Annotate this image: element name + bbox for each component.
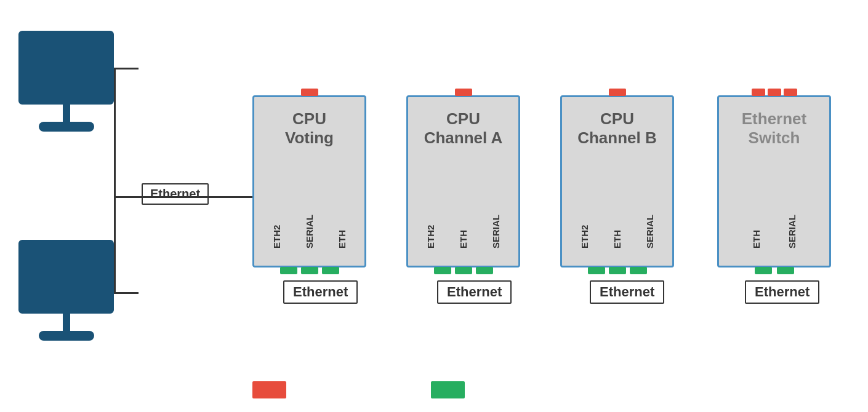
connector-green-channel-a-2 [455, 267, 472, 274]
port-eth2-voting: ETH2 [271, 205, 282, 248]
ethernet-switch-card: EthernetSwitch ETH SERIAL [717, 95, 831, 267]
port-eth-switch: ETH [751, 205, 762, 248]
ethernet-label-switch: Ethernet [745, 280, 819, 304]
cpu-channel-b-ports: ETH2 ETH SERIAL [562, 205, 672, 248]
connector-red-switch-3 [784, 89, 797, 96]
ethernet-label-voting: Ethernet [283, 280, 358, 304]
monitor-top [18, 31, 114, 132]
ethernet-label-channel-b: Ethernet [590, 280, 664, 304]
cpu-channel-a-top-connectors [408, 89, 518, 96]
port-eth-channel-b: ETH [612, 205, 622, 248]
port-eth2-channel-b: ETH2 [579, 205, 590, 248]
port-serial-channel-b: SERIAL [645, 205, 655, 248]
cpu-channel-a-ports: ETH2 ETH SERIAL [408, 205, 518, 248]
connector-green-channel-b-1 [588, 267, 605, 274]
cpu-channel-b-title: CPUChannel B [571, 109, 663, 148]
connector-green-switch-1 [755, 267, 772, 274]
monitor-base-bottom [39, 331, 94, 341]
cpu-channel-a-title: CPUChannel A [418, 109, 509, 148]
cpu-channel-b-top-connectors [562, 89, 672, 96]
connector-green-voting-3 [322, 267, 339, 274]
cpu-voting-ports: ETH2 SERIAL ETH [254, 205, 364, 248]
connector-green-channel-b-3 [630, 267, 647, 274]
connector-green-voting-1 [280, 267, 297, 274]
monitor-stand-top [63, 105, 70, 122]
line-monitor-to-card [114, 196, 255, 198]
connector-green-channel-a-1 [434, 267, 451, 274]
monitor-screen-bottom [18, 240, 114, 314]
port-eth2-channel-a: ETH2 [425, 205, 436, 248]
monitor-stand-bottom [63, 314, 70, 331]
diagram-container: Ethernet CPUVoting ETH2 SERIAL ETH Ether… [0, 0, 868, 412]
cpu-voting-top-connectors [254, 89, 364, 96]
eth-switch-top-connectors [719, 89, 829, 96]
cpu-voting-title: CPUVoting [279, 109, 340, 148]
line-bottom-monitor [114, 292, 139, 294]
monitor-screen-top [18, 31, 114, 105]
connector-red-channel-a [455, 89, 472, 96]
connector-green-channel-b-2 [609, 267, 626, 274]
connector-red-switch-2 [768, 89, 781, 96]
legend-green [431, 381, 465, 398]
connector-green-channel-a-3 [476, 267, 493, 274]
line-monitors-vertical [114, 68, 116, 292]
ethernet-label-channel-a: Ethernet [437, 280, 512, 304]
connector-red-switch-1 [752, 89, 765, 96]
port-eth-voting: ETH [337, 205, 347, 248]
port-serial-channel-a: SERIAL [491, 205, 501, 248]
connector-green-voting-2 [301, 267, 318, 274]
cpu-voting-card: CPUVoting ETH2 SERIAL ETH [252, 95, 366, 267]
cpu-channel-b-card: CPUChannel B ETH2 ETH SERIAL [560, 95, 674, 267]
port-serial-voting: SERIAL [304, 205, 315, 248]
line-top-monitor [114, 68, 139, 69]
port-serial-switch: SERIAL [787, 205, 797, 248]
legend-red [252, 381, 286, 398]
monitor-bottom [18, 240, 114, 341]
ethernet-side-label: Ethernet [142, 183, 209, 205]
cpu-channel-a-card: CPUChannel A ETH2 ETH SERIAL [406, 95, 520, 267]
connector-red-channel-b [609, 89, 626, 96]
eth-switch-ports: ETH SERIAL [719, 205, 829, 248]
port-eth-channel-a: ETH [458, 205, 468, 248]
monitor-base-top [39, 122, 94, 132]
eth-switch-bottom-connectors [719, 267, 829, 274]
connector-red-voting [301, 89, 318, 96]
cpu-channel-b-bottom-connectors [562, 267, 672, 274]
ethernet-switch-title: EthernetSwitch [736, 109, 813, 148]
cpu-voting-bottom-connectors [254, 267, 364, 274]
connector-green-switch-2 [777, 267, 794, 274]
cpu-channel-a-bottom-connectors [408, 267, 518, 274]
